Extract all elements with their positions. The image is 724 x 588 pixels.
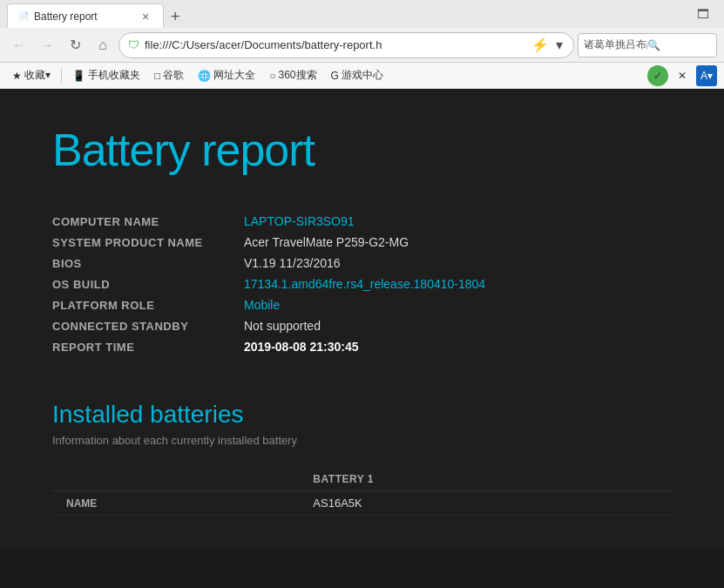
value-computer-name: LAPTOP-SIR3SO91 — [244, 214, 355, 228]
tab-title: Battery report — [34, 10, 98, 23]
label-bios: BIOS — [52, 257, 244, 270]
bookmark-mobile-label: 手机收藏夹 — [88, 68, 140, 83]
table-row: NAME AS16A5K — [52, 491, 672, 516]
value-report-time: 2019-08-08 21:30:45 — [244, 340, 359, 354]
bookmark-games[interactable]: G 游戏中心 — [326, 66, 389, 84]
bookmark-favorites[interactable]: ★ 收藏▾ — [7, 66, 56, 84]
tab-area: 📄 Battery report × + — [7, 0, 187, 28]
browser-chrome: 📄 Battery report × + 🗖 ← → ↻ ⌂ 🛡 ⚡ ▾ 诸葛单 — [0, 0, 724, 89]
lightning-button[interactable]: ⚡ — [530, 35, 551, 55]
home-button[interactable]: ⌂ — [91, 33, 115, 57]
bookmark-url[interactable]: 🌐 网址大全 — [193, 66, 261, 84]
security-icon: 🛡 — [128, 38, 139, 51]
info-row-os-build: OS BUILD 17134.1.amd64fre.rs4_release.18… — [52, 274, 672, 294]
ext-translate-button[interactable]: A▾ — [696, 65, 717, 86]
address-dropdown-button[interactable]: ▾ — [554, 35, 565, 55]
row-label-name: NAME — [52, 491, 299, 516]
bookmark-google-label: 谷歌 — [163, 68, 184, 83]
tab-icon: 📄 — [18, 11, 29, 21]
info-row-platform: PLATFORM ROLE Mobile — [52, 294, 672, 315]
value-bios: V1.19 11/23/2016 — [244, 256, 341, 270]
battery-table: BATTERY 1 NAME AS16A5K — [52, 468, 672, 516]
circle-icon: ○ — [269, 70, 275, 82]
label-computer-name: COMPUTER NAME — [52, 215, 244, 228]
navigation-toolbar: ← → ↻ ⌂ 🛡 ⚡ ▾ 诸葛单挑吕布战果惊人 🔍 — [0, 28, 724, 63]
window-controls: 🗖 — [689, 0, 717, 28]
label-system-product: SYSTEM PRODUCT NAME — [52, 236, 244, 249]
page-content: Battery report COMPUTER NAME LAPTOP-SIR3… — [0, 89, 724, 551]
star-icon: ★ — [12, 70, 22, 82]
info-row-system: SYSTEM PRODUCT NAME Acer TravelMate P259… — [52, 232, 672, 253]
label-platform-role: PLATFORM ROLE — [52, 299, 244, 312]
search-icon[interactable]: 🔍 — [647, 39, 711, 51]
tab-close-button[interactable]: × — [139, 10, 152, 24]
ext-green-button[interactable]: ✓ — [647, 65, 668, 86]
col-header-battery1: BATTERY 1 — [299, 468, 672, 491]
row-value-name: AS16A5K — [299, 491, 672, 516]
label-os-build: OS BUILD — [52, 278, 244, 291]
col-header-empty — [52, 468, 299, 491]
bookmark-360[interactable]: ○ 360搜索 — [264, 66, 321, 84]
info-row-bios: BIOS V1.19 11/23/2016 — [52, 253, 672, 274]
label-report-time: REPORT TIME — [52, 341, 244, 354]
browser-tab[interactable]: 📄 Battery report × — [7, 3, 164, 28]
value-system-product: Acer TravelMate P259-G2-MG — [244, 235, 409, 249]
label-connected-standby: CONNECTED STANDBY — [52, 320, 244, 333]
forward-button[interactable]: → — [35, 33, 59, 57]
info-row-computer: COMPUTER NAME LAPTOP-SIR3SO91 — [52, 211, 672, 232]
mobile-icon: 📱 — [72, 70, 85, 82]
bookmark-mobile[interactable]: 📱 手机收藏夹 — [67, 66, 145, 84]
game-icon: G — [331, 70, 339, 82]
search-text: 诸葛单挑吕布战果惊人 — [584, 37, 647, 52]
ext-red-button[interactable]: ✕ — [672, 65, 693, 86]
section-title: Installed batteries — [52, 401, 672, 429]
value-connected-standby: Not supported — [244, 319, 321, 333]
search-box[interactable]: 诸葛单挑吕布战果惊人 🔍 — [578, 33, 717, 57]
new-tab-button[interactable]: + — [164, 6, 187, 28]
address-bar[interactable]: 🛡 ⚡ ▾ — [118, 32, 574, 58]
address-actions: ⚡ ▾ — [530, 35, 565, 55]
batteries-section: Installed batteries Information about ea… — [52, 401, 672, 516]
info-table: COMPUTER NAME LAPTOP-SIR3SO91 SYSTEM PRO… — [52, 211, 672, 357]
bookmark-google[interactable]: □ 谷歌 — [149, 66, 189, 84]
section-subtitle: Information about each currently install… — [52, 434, 672, 447]
bookmarks-bar: ★ 收藏▾ 📱 手机收藏夹 □ 谷歌 🌐 网址大全 ○ 360搜索 G 游戏中心… — [0, 63, 724, 89]
title-bar: 📄 Battery report × + 🗖 — [0, 0, 724, 28]
url-input[interactable] — [145, 38, 524, 51]
value-platform-role: Mobile — [244, 298, 280, 312]
title-bar-left: 📄 Battery report × + — [7, 0, 187, 28]
page-title: Battery report — [52, 124, 672, 176]
separator — [61, 68, 62, 84]
bookmark-games-label: 游戏中心 — [342, 68, 383, 83]
globe-icon: 🌐 — [198, 70, 211, 82]
refresh-button[interactable]: ↻ — [63, 33, 87, 57]
back-button[interactable]: ← — [7, 33, 31, 57]
bookmark-url-label: 网址大全 — [213, 68, 255, 83]
bookmark-favorites-label: 收藏▾ — [24, 68, 51, 83]
info-row-report-time: REPORT TIME 2019-08-08 21:30:45 — [52, 336, 672, 357]
restore-window-button[interactable]: 🗖 — [689, 0, 717, 28]
google-icon: □ — [154, 70, 160, 82]
value-os-build: 17134.1.amd64fre.rs4_release.180410-1804 — [244, 277, 485, 291]
bookmark-360-label: 360搜索 — [279, 68, 317, 83]
bookmarks-right: ✓ ✕ A▾ — [647, 65, 717, 86]
info-row-connected-standby: CONNECTED STANDBY Not supported — [52, 315, 672, 336]
